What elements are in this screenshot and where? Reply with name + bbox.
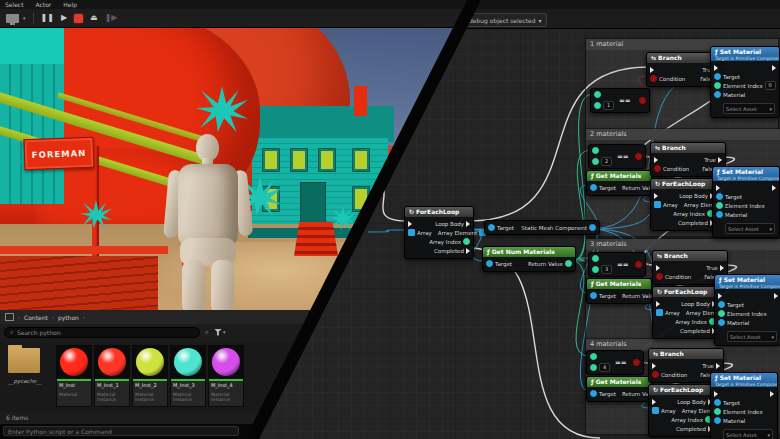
exec-pin[interactable] — [714, 65, 718, 71]
node-foreach-main[interactable]: ↻ ForEachLoopLoop BodyArrayArray Element… — [404, 206, 474, 259]
exec-pin[interactable] — [718, 293, 722, 299]
data-pin[interactable] — [590, 390, 597, 397]
array-pin[interactable] — [652, 407, 659, 414]
pin-value-field[interactable]: 2 — [601, 157, 612, 166]
exec-pin[interactable] — [714, 391, 718, 397]
sources-panel-icon[interactable] — [5, 313, 14, 321]
data-pin[interactable] — [635, 261, 642, 268]
pin-value-field[interactable]: 1 — [603, 101, 614, 110]
filter-caret-icon[interactable]: ▾ — [223, 329, 226, 335]
data-pin[interactable] — [590, 364, 597, 371]
data-pin[interactable] — [718, 319, 725, 326]
pause-icon[interactable]: ❚❚ — [41, 13, 54, 23]
node-get-static-mesh-component[interactable]: TargetStatic Mesh Component — [484, 220, 600, 235]
pin-value-field[interactable]: 3 — [601, 265, 612, 274]
array-pin[interactable] — [656, 309, 663, 316]
select-asset-field[interactable]: Select Asset — [728, 226, 759, 232]
data-pin[interactable] — [654, 165, 661, 172]
node-set-material-2[interactable]: ƒ Set MaterialTarget is Primitive Compon… — [712, 166, 780, 238]
node-equal-4[interactable]: 4== — [586, 350, 644, 375]
node-equal-1[interactable]: 1== — [590, 88, 650, 113]
data-pin[interactable] — [652, 371, 659, 378]
debug-object-dropdown[interactable]: debug object selected ▾ — [464, 13, 547, 27]
frame-skip-icon[interactable]: ▶ — [61, 13, 67, 23]
node-get-materials-2[interactable]: ƒ Get MaterialsTargetReturn Value — [586, 170, 652, 196]
data-pin[interactable] — [714, 73, 721, 80]
exec-pin[interactable] — [720, 265, 724, 271]
node-set-material-3[interactable]: ƒ Set MaterialTarget is Primitive Compon… — [714, 274, 780, 346]
pin-value-field[interactable]: 0 — [765, 81, 776, 90]
array-pin[interactable] — [408, 229, 415, 236]
data-pin[interactable] — [463, 238, 470, 245]
data-pin[interactable] — [592, 255, 599, 262]
python-console-input[interactable]: Enter Python script or a Command — [3, 426, 239, 436]
exec-pin[interactable] — [656, 265, 660, 271]
exec-pin[interactable] — [466, 248, 470, 254]
data-pin[interactable] — [716, 211, 723, 218]
data-pin[interactable] — [714, 417, 721, 424]
data-pin[interactable] — [714, 408, 721, 415]
platforms-icon[interactable] — [6, 14, 19, 23]
select-asset-field[interactable]: Select Asset — [726, 432, 757, 438]
data-pin[interactable] — [633, 359, 640, 366]
data-pin[interactable] — [714, 91, 721, 98]
stop-icon[interactable] — [74, 14, 83, 23]
folder-name[interactable]: __pycache__ — [2, 378, 48, 384]
data-pin[interactable] — [590, 292, 597, 299]
breadcrumb-content[interactable]: Content — [24, 314, 48, 321]
data-pin[interactable] — [714, 399, 721, 406]
data-pin[interactable] — [656, 273, 663, 280]
breadcrumb-python[interactable]: python — [58, 314, 79, 321]
asset-tile[interactable]: M_InstMaterial — [56, 345, 92, 407]
exec-pin[interactable] — [650, 67, 654, 73]
data-pin[interactable] — [594, 91, 601, 98]
select-asset-field[interactable]: Select Asset — [726, 106, 757, 112]
exec-pin[interactable] — [652, 399, 656, 405]
late-join-icon[interactable]: ❚▶ — [105, 13, 118, 23]
asset-tile[interactable]: M_Inst_1Material Instance — [94, 345, 130, 407]
asset-tile[interactable]: M_Inst_3Material Instance — [170, 345, 206, 407]
data-pin[interactable] — [594, 102, 601, 109]
data-pin[interactable] — [590, 184, 597, 191]
platforms-caret-icon[interactable]: ▾ — [23, 15, 26, 21]
search-input[interactable]: ⌕ Search python — [4, 327, 200, 338]
node-foreach-3[interactable]: ↻ ForEachLoopLoop BodyArrayArray Element… — [652, 286, 720, 339]
data-pin[interactable] — [714, 82, 721, 89]
node-get-materials-4[interactable]: ƒ Get MaterialsTargetReturn Value — [586, 376, 652, 402]
node-foreach-4[interactable]: ↻ ForEachLoopLoop BodyArrayArray Element… — [648, 384, 716, 437]
exec-pin[interactable] — [408, 221, 412, 227]
select-asset-field[interactable]: Select Asset — [730, 334, 761, 340]
node-equal-3[interactable]: 3== — [588, 252, 646, 277]
exec-pin[interactable] — [654, 193, 658, 199]
data-pin[interactable] — [592, 158, 599, 165]
eject-icon[interactable]: ⏏ — [90, 13, 98, 23]
menu-actor[interactable]: Actor — [36, 0, 52, 9]
data-pin[interactable] — [488, 224, 495, 231]
asset-tile[interactable]: M_Inst_2Material Instance — [132, 345, 168, 407]
asset-tile[interactable]: M_Inst_4Material Instance — [208, 345, 244, 407]
data-pin[interactable] — [718, 310, 725, 317]
data-pin[interactable] — [650, 75, 657, 82]
node-set-material-4[interactable]: ƒ Set MaterialTarget is Primitive Compon… — [710, 372, 778, 439]
exec-pin[interactable] — [654, 157, 658, 163]
pin-value-field[interactable]: 4 — [599, 363, 610, 372]
exec-pin[interactable] — [718, 157, 722, 163]
data-pin[interactable] — [592, 147, 599, 154]
data-pin[interactable] — [716, 202, 723, 209]
data-pin[interactable] — [635, 153, 642, 160]
folder-icon[interactable] — [8, 348, 40, 373]
node-foreach-2[interactable]: ↻ ForEachLoopLoop BodyArrayArray Element… — [650, 178, 718, 231]
exec-pin[interactable] — [716, 185, 720, 191]
data-pin[interactable] — [592, 266, 599, 273]
data-pin[interactable] — [589, 224, 596, 231]
exec-pin[interactable] — [772, 185, 776, 191]
filter-icon[interactable] — [214, 329, 222, 336]
exec-pin[interactable] — [770, 391, 774, 397]
data-pin[interactable] — [639, 97, 646, 104]
node-equal-2[interactable]: 2== — [588, 144, 646, 169]
data-pin[interactable] — [716, 193, 723, 200]
data-pin[interactable] — [590, 353, 597, 360]
menu-help[interactable]: Help — [63, 0, 77, 9]
exec-pin[interactable] — [466, 221, 470, 227]
data-pin[interactable] — [565, 260, 572, 267]
